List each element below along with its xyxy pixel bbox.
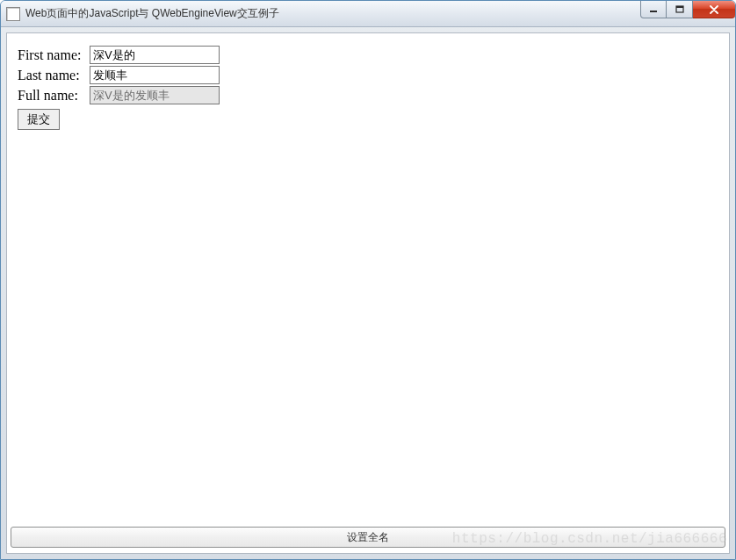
set-full-name-button[interactable]: 设置全名 (11, 527, 725, 548)
window-controls (640, 1, 735, 20)
full-name-row: Full name: (18, 86, 718, 104)
maximize-button[interactable] (667, 1, 693, 18)
last-name-label: Last name: (18, 68, 88, 83)
bottom-toolbar: 设置全名 (7, 523, 729, 553)
titlebar[interactable]: Web页面中的JavaScript与 QWebEngineView交互例子 (1, 1, 735, 27)
web-view: First name: Last name: Full name: 提交 (7, 33, 729, 523)
submit-button[interactable]: 提交 (18, 109, 60, 130)
window-title: Web页面中的JavaScript与 QWebEngineView交互例子 (25, 6, 730, 21)
first-name-input[interactable] (90, 46, 220, 64)
close-button[interactable] (693, 1, 735, 18)
last-name-row: Last name: (18, 66, 718, 84)
svg-rect-0 (650, 11, 657, 12)
minimize-button[interactable] (640, 1, 667, 18)
first-name-row: First name: (18, 46, 718, 64)
last-name-input[interactable] (90, 66, 220, 84)
svg-rect-2 (676, 6, 683, 8)
first-name-label: First name: (18, 47, 88, 63)
close-icon (709, 5, 719, 14)
full-name-input (90, 86, 220, 104)
minimize-icon (648, 5, 659, 14)
client-area: First name: Last name: Full name: 提交 设置全… (6, 32, 730, 554)
maximize-icon (675, 5, 685, 14)
app-icon (6, 7, 20, 21)
full-name-label: Full name: (18, 88, 88, 104)
application-window: Web页面中的JavaScript与 QWebEngineView交互例子 (0, 0, 736, 560)
